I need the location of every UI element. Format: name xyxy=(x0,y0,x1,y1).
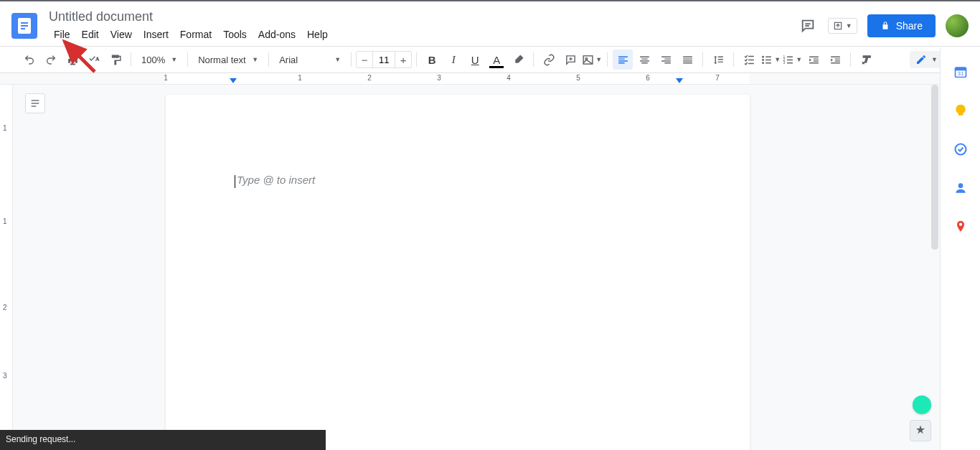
keep-icon[interactable] xyxy=(953,103,969,118)
ruler-tick: 6 xyxy=(646,74,650,82)
italic-button[interactable]: I xyxy=(443,50,463,70)
menu-file[interactable]: File xyxy=(49,26,75,43)
contacts-icon[interactable] xyxy=(953,180,969,196)
text-color-button[interactable]: A xyxy=(486,50,507,70)
checklist-icon[interactable] xyxy=(739,50,759,70)
chevron-down-icon: ▼ xyxy=(171,56,177,63)
horizontal-ruler[interactable]: 1 1 2 3 4 5 6 7 xyxy=(0,73,980,85)
status-toast: Sending request... xyxy=(0,430,326,450)
align-center-icon[interactable] xyxy=(634,50,654,70)
present-dropdown[interactable]: ▼ xyxy=(828,18,857,34)
align-left-icon[interactable] xyxy=(613,50,633,70)
svg-point-8 xyxy=(762,55,764,57)
document-outline-icon[interactable] xyxy=(25,93,45,113)
menu-insert[interactable]: Insert xyxy=(138,26,174,43)
undo-icon[interactable] xyxy=(19,50,39,70)
menu-addons[interactable]: Add-ons xyxy=(253,26,301,43)
share-button[interactable]: Share xyxy=(867,14,936,37)
menu-view[interactable]: View xyxy=(105,26,137,43)
document-title[interactable]: Untitled document xyxy=(49,9,798,24)
pencil-icon xyxy=(915,54,927,65)
print-icon[interactable] xyxy=(62,50,83,70)
vertical-scrollbar[interactable] xyxy=(930,85,940,450)
ruler-tick: 2 xyxy=(367,74,372,82)
decrease-indent-icon[interactable] xyxy=(804,50,824,70)
side-panel: 31 xyxy=(940,48,980,450)
underline-button[interactable]: U xyxy=(465,50,485,70)
titlebar: Untitled document File Edit View Insert … xyxy=(0,1,980,46)
insert-link-icon[interactable] xyxy=(539,50,559,70)
menu-edit[interactable]: Edit xyxy=(77,26,104,43)
editing-mode-button[interactable]: ▼ xyxy=(910,51,943,68)
ruler-tick: 4 xyxy=(507,74,511,82)
bold-button[interactable]: B xyxy=(422,50,442,70)
insert-image-icon[interactable]: ▼ xyxy=(582,50,602,70)
menu-help[interactable]: Help xyxy=(302,26,333,43)
paragraph-style-select[interactable]: Normal text ▼ xyxy=(192,50,264,69)
vertical-ruler[interactable]: 1 1 2 3 xyxy=(0,85,13,450)
left-indent-marker[interactable] xyxy=(230,78,237,83)
font-size-stepper[interactable]: − + xyxy=(356,51,412,68)
align-justify-icon[interactable] xyxy=(677,50,697,70)
activity-badge[interactable] xyxy=(913,395,931,414)
tasks-icon[interactable] xyxy=(953,141,969,157)
ruler-tick: 1 xyxy=(164,74,168,82)
ruler-tick: 5 xyxy=(576,74,580,82)
increase-font-icon[interactable]: + xyxy=(395,54,411,66)
align-right-icon[interactable] xyxy=(656,50,676,70)
chevron-down-icon: ▼ xyxy=(931,56,938,63)
add-comment-icon[interactable] xyxy=(560,50,580,70)
increase-indent-icon[interactable] xyxy=(825,50,845,70)
maps-icon[interactable] xyxy=(953,219,969,235)
svg-point-21 xyxy=(958,183,963,188)
svg-point-9 xyxy=(762,59,764,61)
docs-logo[interactable] xyxy=(11,13,37,39)
document-page[interactable]: Type @ to insert xyxy=(166,95,750,450)
zoom-value: 100% xyxy=(141,55,165,65)
font-size-input[interactable] xyxy=(372,52,395,67)
ruler-tick: 1 xyxy=(298,74,302,82)
user-avatar[interactable] xyxy=(946,14,969,37)
document-workspace: 1 1 2 3 Type @ to insert xyxy=(0,85,940,450)
redo-icon[interactable] xyxy=(41,50,61,70)
line-spacing-icon[interactable] xyxy=(708,50,728,70)
toolbar: 100% ▼ Normal text ▼ Arial ▼ − + B I U A… xyxy=(0,46,980,73)
status-message: Sending request... xyxy=(6,434,75,444)
editor-placeholder: Type @ to insert xyxy=(237,174,315,186)
svg-text:31: 31 xyxy=(957,70,963,77)
bulleted-list-icon[interactable]: ▼ xyxy=(760,50,781,70)
open-comments-icon[interactable] xyxy=(798,16,818,36)
menu-tools[interactable]: Tools xyxy=(218,26,252,43)
font-value: Arial xyxy=(279,55,298,65)
svg-text:3: 3 xyxy=(783,61,786,65)
style-value: Normal text xyxy=(198,55,245,65)
chevron-down-icon: ▼ xyxy=(334,56,341,63)
ruler-tick: 7 xyxy=(715,74,720,82)
text-cursor xyxy=(235,175,235,188)
right-indent-marker[interactable] xyxy=(676,78,683,83)
share-label: Share xyxy=(896,20,923,32)
lock-icon xyxy=(880,21,890,31)
spellcheck-icon[interactable] xyxy=(84,50,104,70)
decrease-font-icon[interactable]: − xyxy=(357,54,372,66)
chevron-down-icon: ▼ xyxy=(846,22,852,29)
zoom-select[interactable]: 100% ▼ xyxy=(136,50,183,69)
numbered-list-icon[interactable]: 123▼ xyxy=(782,50,802,70)
ruler-tick: 3 xyxy=(437,74,441,82)
svg-point-10 xyxy=(762,62,764,64)
svg-point-22 xyxy=(958,223,961,226)
chevron-down-icon: ▼ xyxy=(252,56,258,63)
highlight-color-icon[interactable] xyxy=(508,50,528,70)
menubar: File Edit View Insert Format Tools Add-o… xyxy=(49,26,798,43)
clear-formatting-icon[interactable] xyxy=(856,50,876,70)
font-family-select[interactable]: Arial ▼ xyxy=(273,50,347,69)
paint-format-icon[interactable] xyxy=(105,50,126,70)
calendar-icon[interactable]: 31 xyxy=(953,64,969,80)
menu-format[interactable]: Format xyxy=(175,26,217,43)
explore-button[interactable] xyxy=(910,420,931,441)
